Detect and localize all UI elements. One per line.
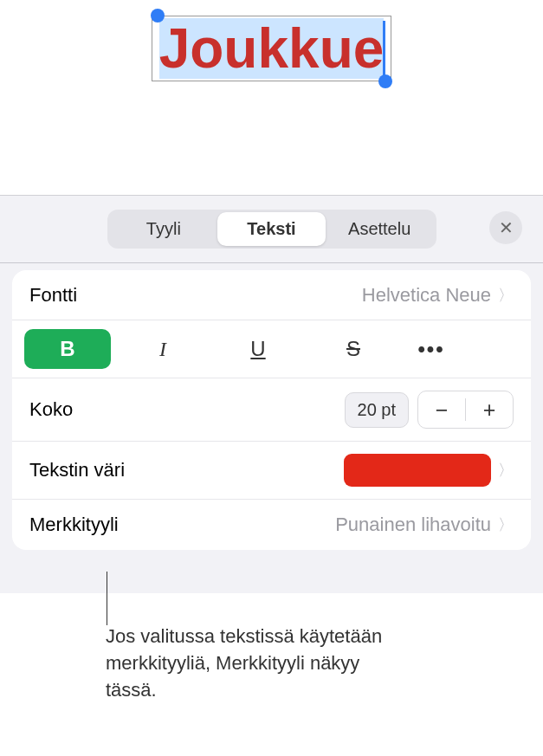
- close-icon: ✕: [499, 217, 514, 238]
- underline-button[interactable]: U: [215, 329, 301, 369]
- selection-handle-end[interactable]: [378, 74, 392, 88]
- strikethrough-button[interactable]: S: [310, 329, 397, 369]
- size-decrease-button[interactable]: −: [418, 391, 465, 428]
- chevron-right-icon: 〉: [498, 285, 514, 306]
- text-color-label: Tekstin väri: [29, 459, 344, 481]
- size-row: Koko 20 pt − +: [12, 378, 531, 442]
- text-cursor: [383, 21, 385, 76]
- callout-line: [107, 572, 107, 625]
- selection-handle-start[interactable]: [151, 9, 165, 23]
- text-color-row[interactable]: Tekstin väri 〉: [12, 442, 531, 500]
- chevron-right-icon: 〉: [498, 460, 514, 481]
- size-stepper: − +: [417, 391, 514, 429]
- canvas-area: Joukkue: [0, 0, 543, 195]
- more-options-button[interactable]: •••: [405, 329, 457, 369]
- selected-text[interactable]: Joukkue: [159, 18, 385, 79]
- divider: [0, 262, 543, 263]
- tab-layout[interactable]: Asettelu: [326, 212, 434, 246]
- close-button[interactable]: ✕: [489, 211, 522, 244]
- panel-content: Fontti Helvetica Neue 〉 B I U S ••• Koko…: [12, 270, 531, 550]
- character-style-label: Merkkityyli: [29, 514, 335, 536]
- italic-button[interactable]: I: [120, 329, 206, 369]
- tab-text[interactable]: Teksti: [217, 212, 326, 246]
- size-increase-button[interactable]: +: [466, 391, 513, 428]
- chevron-right-icon: 〉: [498, 514, 514, 535]
- size-value[interactable]: 20 pt: [345, 392, 409, 428]
- size-label: Koko: [29, 398, 345, 421]
- tab-style[interactable]: Tyyli: [110, 212, 218, 246]
- character-style-value: Punainen lihavoitu: [335, 514, 491, 536]
- segmented-control: Tyyli Teksti Asettelu: [107, 210, 436, 249]
- font-value: Helvetica Neue: [362, 284, 491, 307]
- format-buttons-row: B I U S •••: [12, 320, 531, 378]
- selected-text-box[interactable]: Joukkue: [152, 16, 392, 81]
- font-row[interactable]: Fontti Helvetica Neue 〉: [12, 270, 531, 320]
- text-color-swatch[interactable]: [344, 454, 491, 487]
- bold-button[interactable]: B: [24, 329, 111, 369]
- format-panel: Tyyli Teksti Asettelu ✕ Fontti Helvetica…: [0, 195, 543, 593]
- callout-text: Jos valitussa tekstissä käytetään merkki…: [106, 624, 409, 703]
- tab-bar: Tyyli Teksti Asettelu ✕: [0, 196, 543, 259]
- character-style-row[interactable]: Merkkityyli Punainen lihavoitu 〉: [12, 500, 531, 550]
- callout: Jos valitussa tekstissä käytetään merkki…: [106, 624, 409, 703]
- font-label: Fontti: [29, 284, 362, 307]
